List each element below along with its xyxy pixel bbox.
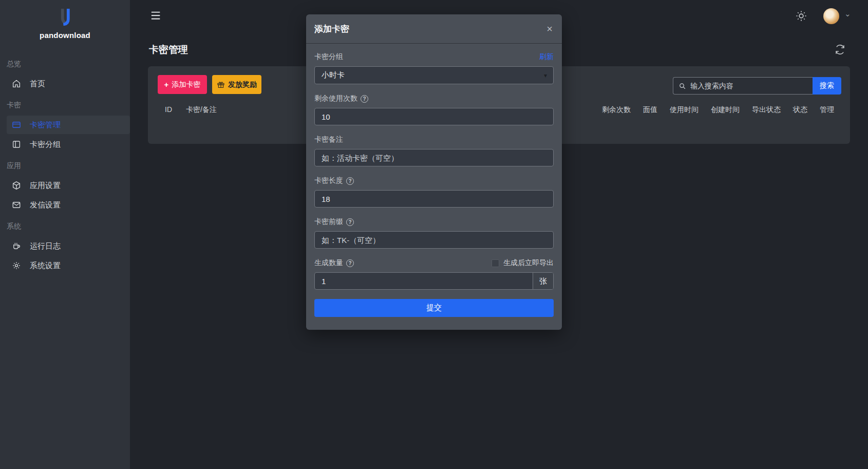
note-label-text: 卡密备注 xyxy=(314,135,343,144)
card-group-selected-value: 小时卡 xyxy=(322,70,345,80)
length-label-text: 卡密长度 xyxy=(314,176,343,185)
column-header-key-note: 卡密/备注 xyxy=(186,105,217,115)
credit-card-icon xyxy=(12,120,21,129)
theme-toggle-sun-icon[interactable] xyxy=(796,10,807,24)
modal-title: 添加卡密 xyxy=(314,23,349,35)
column-header-create-time: 创建时间 xyxy=(711,105,740,115)
nav-section-overview: 总览 xyxy=(0,53,130,73)
sidebar-nav: 总览 首页 卡密 卡密管理 卡密分组 应用 应用设置 xyxy=(0,53,130,275)
modal-header: 添加卡密 × xyxy=(306,14,562,44)
sidebar-item-app-settings[interactable]: 应用设置 xyxy=(0,176,130,195)
export-after-generate-checkbox-row[interactable]: 生成后立即导出 xyxy=(492,258,554,268)
coffee-icon xyxy=(12,241,21,251)
sidebar-item-label: 系统设置 xyxy=(30,261,61,271)
cube-icon xyxy=(12,181,21,190)
column-header-export-status: 导出状态 xyxy=(752,105,781,115)
quantity-input[interactable] xyxy=(315,273,533,289)
column-header-id: ID xyxy=(165,105,172,115)
close-icon[interactable]: × xyxy=(546,24,553,34)
sidebar-item-label: 运行日志 xyxy=(30,241,61,251)
sidebar-item-label: 应用设置 xyxy=(30,181,61,191)
field-label-prefix: 卡密前缀 ? xyxy=(314,217,554,227)
brand-name: pandownload xyxy=(0,31,130,40)
field-label-group: 卡密分组 刷新 xyxy=(314,52,554,62)
sidebar-item-run-logs[interactable]: 运行日志 xyxy=(0,237,130,255)
envelope-icon xyxy=(12,200,21,210)
quantity-input-group: 张 xyxy=(314,272,554,290)
refresh-groups-link[interactable]: 刷新 xyxy=(539,52,554,62)
search-group: 搜索 xyxy=(673,77,841,95)
export-checkbox[interactable] xyxy=(492,259,499,267)
search-box xyxy=(673,77,813,95)
user-avatar[interactable] xyxy=(823,8,839,24)
prefix-label-text: 卡密前缀 xyxy=(314,217,343,227)
nav-section-app: 应用 xyxy=(0,155,130,175)
sidebar-item-card-groups[interactable]: 卡密分组 xyxy=(0,135,130,154)
plus-icon: + xyxy=(164,80,169,89)
sidebar-item-system-settings[interactable]: 系统设置 xyxy=(0,256,130,275)
chevron-down-icon[interactable]: ⌄ xyxy=(844,9,851,18)
refresh-icon[interactable] xyxy=(835,44,845,57)
field-label-length: 卡密长度 ? xyxy=(314,176,554,186)
help-icon[interactable]: ? xyxy=(361,95,368,103)
caret-down-icon: ▾ xyxy=(544,72,547,79)
group-label-text: 卡密分组 xyxy=(314,52,343,62)
columns-icon xyxy=(12,140,21,149)
sidebar: pandownload 总览 首页 卡密 卡密管理 卡密分组 应用 xyxy=(0,0,130,469)
sidebar-item-home[interactable]: 首页 xyxy=(0,74,130,93)
field-label-quantity: 生成数量 ? 生成后立即导出 xyxy=(314,258,554,268)
table-header-left: ID 卡密/备注 xyxy=(165,105,217,115)
submit-button[interactable]: 提交 xyxy=(314,299,554,317)
add-card-key-label: 添加卡密 xyxy=(172,80,200,89)
sidebar-item-label: 卡密分组 xyxy=(30,140,61,149)
modal-body: 卡密分组 刷新 小时卡 ▾ 剩余使用次数 ? 卡密备注 卡密长度 ? 卡密前缀 … xyxy=(306,44,562,330)
help-icon[interactable]: ? xyxy=(346,218,354,226)
column-header-face-value: 面值 xyxy=(643,105,657,115)
column-header-status: 状态 xyxy=(793,105,807,115)
sidebar-item-label: 首页 xyxy=(30,79,45,89)
card-prefix-input[interactable] xyxy=(314,231,554,249)
add-card-key-modal: 添加卡密 × 卡密分组 刷新 小时卡 ▾ 剩余使用次数 ? 卡密备注 卡密长度 … xyxy=(306,14,562,330)
grant-reward-label: 发放奖励 xyxy=(228,80,257,89)
sidebar-item-label: 卡密管理 xyxy=(30,120,61,130)
search-icon xyxy=(678,82,686,90)
table-header-right: 剩余次数 面值 使用时间 创建时间 导出状态 状态 管理 xyxy=(602,105,834,115)
remaining-uses-input[interactable] xyxy=(314,108,554,125)
brand-logo-icon xyxy=(59,8,72,26)
brand-logo: pandownload xyxy=(0,0,130,40)
gift-icon xyxy=(217,81,225,89)
card-length-input[interactable] xyxy=(314,190,554,208)
gear-icon xyxy=(12,261,21,270)
column-header-manage: 管理 xyxy=(820,105,834,115)
add-card-key-button[interactable]: + 添加卡密 xyxy=(158,75,207,94)
sidebar-item-label: 发信设置 xyxy=(30,200,61,210)
field-label-note: 卡密备注 xyxy=(314,135,554,145)
menu-toggle-icon[interactable] xyxy=(150,11,162,21)
field-label-remaining: 剩余使用次数 ? xyxy=(314,93,554,104)
page-title: 卡密管理 xyxy=(149,43,188,57)
sidebar-item-card-management[interactable]: 卡密管理 xyxy=(7,116,130,134)
remaining-label-text: 剩余使用次数 xyxy=(314,94,357,103)
nav-section-cards: 卡密 xyxy=(0,94,130,115)
grant-reward-button[interactable]: 发放奖励 xyxy=(212,75,261,94)
help-icon[interactable]: ? xyxy=(346,259,354,267)
export-checkbox-label: 生成后立即导出 xyxy=(503,258,554,268)
column-header-use-time: 使用时间 xyxy=(670,105,699,115)
search-button[interactable]: 搜索 xyxy=(813,77,841,95)
sidebar-item-mail-settings[interactable]: 发信设置 xyxy=(0,196,130,214)
search-input[interactable] xyxy=(690,82,807,90)
card-group-select[interactable]: 小时卡 ▾ xyxy=(314,66,554,84)
quantity-unit-addon: 张 xyxy=(533,273,553,289)
home-icon xyxy=(12,79,21,88)
quantity-label-text: 生成数量 xyxy=(314,258,343,268)
nav-section-system: 系统 xyxy=(0,215,130,236)
card-note-input[interactable] xyxy=(314,149,554,166)
help-icon[interactable]: ? xyxy=(346,177,354,185)
column-header-remaining: 剩余次数 xyxy=(602,105,631,115)
